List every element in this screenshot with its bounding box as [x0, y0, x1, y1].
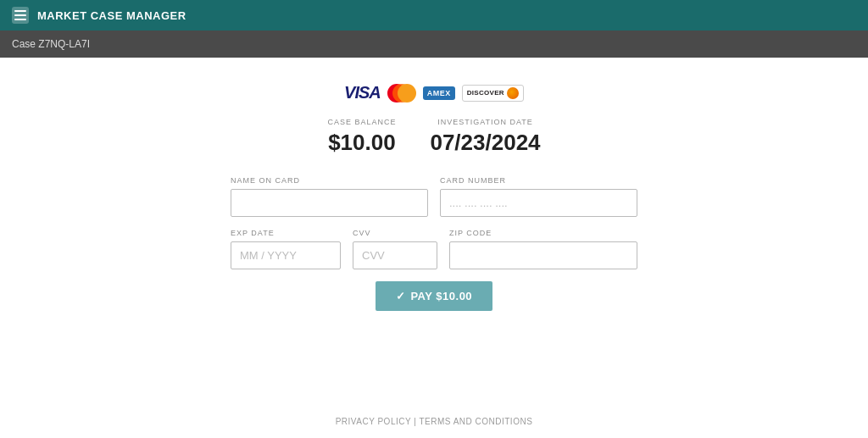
terms-link[interactable]: TERMS AND CONDITIONS: [419, 417, 532, 426]
pay-button[interactable]: ✓ PAY $10.00: [376, 281, 492, 311]
payment-form: NAME ON CARD CARD NUMBER EXP DATE CVV ZI…: [231, 176, 637, 311]
svg-rect-1: [14, 14, 26, 16]
app-icon: [12, 7, 29, 24]
discover-icon: DISCOVER: [462, 85, 524, 102]
exp-date-input[interactable]: [231, 241, 341, 269]
form-row-2: EXP DATE CVV ZIP CODE: [231, 229, 637, 269]
footer: PRIVACY POLICY | TERMS AND CONDITIONS: [0, 405, 868, 438]
name-on-card-group: NAME ON CARD: [231, 176, 428, 217]
footer-separator: |: [411, 417, 419, 426]
svg-rect-0: [14, 10, 26, 12]
name-on-card-input[interactable]: [231, 189, 428, 217]
pay-button-row: ✓ PAY $10.00: [231, 281, 637, 311]
case-balance-label: CASE BALANCE: [327, 118, 396, 126]
sub-navbar: Case Z7NQ-LA7I: [0, 30, 868, 58]
pay-button-label: PAY $10.00: [410, 290, 472, 302]
main-content: VISA AMEX DISCOVER CASE BALANCE $10.00 I…: [0, 58, 868, 405]
pay-check-icon: ✓: [396, 290, 406, 302]
zip-code-input[interactable]: [449, 241, 637, 269]
investigation-date-value: 07/23/2024: [430, 130, 540, 156]
zip-code-label: ZIP CODE: [449, 229, 637, 237]
visa-icon: VISA: [344, 83, 381, 103]
case-label: Case Z7NQ-LA7I: [12, 38, 90, 50]
exp-date-label: EXP DATE: [231, 229, 341, 237]
card-number-label: CARD NUMBER: [440, 176, 637, 185]
card-number-input[interactable]: [440, 189, 637, 217]
balance-info-row: CASE BALANCE $10.00 INVESTIGATION DATE 0…: [327, 118, 540, 156]
case-balance-value: $10.00: [327, 130, 396, 156]
case-balance-col: CASE BALANCE $10.00: [327, 118, 396, 156]
top-navbar: MARKET CASE MANAGER: [0, 0, 868, 30]
app-title: MARKET CASE MANAGER: [37, 9, 186, 22]
svg-rect-2: [14, 19, 26, 20]
form-row-1: NAME ON CARD CARD NUMBER: [231, 176, 637, 217]
card-number-group: CARD NUMBER: [440, 176, 637, 217]
cvv-label: CVV: [353, 229, 437, 237]
cvv-group: CVV: [353, 229, 437, 269]
exp-date-group: EXP DATE: [231, 229, 341, 269]
mastercard-icon: [387, 84, 416, 103]
name-on-card-label: NAME ON CARD: [231, 176, 428, 185]
card-icons-row: VISA AMEX DISCOVER: [344, 83, 524, 103]
amex-icon: AMEX: [423, 86, 455, 100]
investigation-date-label: INVESTIGATION DATE: [430, 118, 540, 126]
privacy-policy-link[interactable]: PRIVACY POLICY: [336, 417, 411, 426]
cvv-input[interactable]: [353, 241, 437, 269]
investigation-date-col: INVESTIGATION DATE 07/23/2024: [430, 118, 540, 156]
zip-code-group: ZIP CODE: [449, 229, 637, 269]
